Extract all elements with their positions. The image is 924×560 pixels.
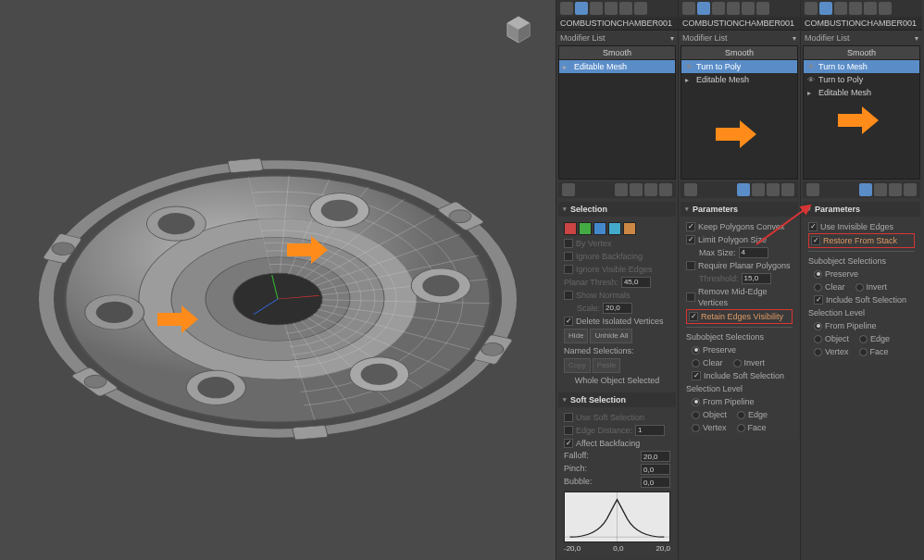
stack-toolbar — [681, 181, 798, 198]
create-tab-icon[interactable] — [560, 2, 573, 15]
display-tab-icon[interactable] — [619, 2, 632, 15]
threshold-spinner: 15,0 — [742, 273, 771, 284]
vertex-level-icon[interactable] — [564, 222, 577, 235]
delete-isolated-checkbox[interactable] — [564, 317, 573, 326]
show-end-result-icon[interactable] — [737, 183, 750, 196]
affect-backfacing-checkbox[interactable] — [564, 439, 573, 448]
require-planar-checkbox[interactable] — [686, 261, 695, 270]
rollout-header[interactable]: Parameters — [681, 202, 798, 217]
limit-poly-size-checkbox[interactable] — [686, 235, 695, 244]
from-pipeline-radio[interactable] — [814, 322, 822, 330]
stack-item-editable-mesh[interactable]: ▸Editable Mesh — [559, 60, 675, 73]
stack-item-turn-to-poly[interactable]: 👁Turn to Poly — [804, 73, 919, 86]
subobject-level-icons — [564, 220, 670, 237]
modifier-list-dropdown[interactable]: Modifier List — [679, 31, 800, 45]
selection-rollout: Selection By Vertex Ignore Backfacing Ig… — [558, 202, 676, 391]
modifier-stack[interactable]: Smooth 👁Turn to Poly ▸Editable Mesh — [681, 45, 798, 180]
keep-convex-checkbox[interactable] — [686, 222, 695, 231]
remove-modifier-icon[interactable] — [644, 183, 657, 196]
stack-item-smooth[interactable]: Smooth — [681, 46, 797, 60]
rollout-header[interactable]: Soft Selection — [558, 392, 676, 407]
clear-radio[interactable] — [692, 359, 700, 367]
invert-radio[interactable] — [855, 283, 864, 292]
modify-panel-2: COMBUSTIONCHAMBER001 Modifier List Smoot… — [678, 0, 800, 560]
motion-tab-icon[interactable] — [605, 2, 618, 15]
stack-toolbar — [803, 181, 920, 198]
stack-item-editable-mesh[interactable]: ▸Editable Mesh — [681, 73, 797, 86]
falloff-spinner: 20,0 — [641, 451, 670, 462]
stack-item-turn-to-poly[interactable]: 👁Turn to Poly — [681, 60, 797, 73]
parameters-rollout: Parameters Use Invisible Edges Restore F… — [803, 202, 920, 362]
stack-item-smooth[interactable]: Smooth — [559, 46, 675, 60]
pinch-spinner: 0,0 — [641, 464, 670, 475]
clear-radio[interactable] — [814, 283, 822, 292]
object-name-field[interactable]: COMBUSTIONCHAMBER001 — [556, 17, 678, 31]
rollout-header[interactable]: Parameters — [803, 202, 920, 217]
element-level-icon[interactable] — [623, 222, 636, 235]
preserve-radio[interactable] — [814, 270, 822, 279]
invert-radio[interactable] — [733, 359, 742, 367]
modifier-stack[interactable]: Smooth ▸Editable Mesh — [558, 45, 676, 180]
planar-thresh-spinner: 45,0 — [621, 277, 651, 288]
stack-item-turn-to-mesh[interactable]: 👁Turn to Mesh — [804, 60, 919, 73]
by-vertex-checkbox — [564, 239, 573, 248]
viewcube[interactable] — [500, 11, 537, 48]
retain-edges-highlight: Retain Edges Visibility — [686, 309, 793, 324]
include-soft-checkbox[interactable] — [692, 371, 701, 380]
ignore-backfacing-checkbox — [564, 252, 573, 261]
hierarchy-tab-icon[interactable] — [590, 2, 603, 15]
modifier-list-dropdown[interactable]: Modifier List — [801, 31, 922, 45]
soft-selection-rollout: Soft Selection Use Soft Selection Edge D… — [558, 392, 676, 556]
object-name-field[interactable]: COMBUSTIONCHAMBER001 — [801, 17, 922, 31]
bubble-spinner: 0,0 — [641, 477, 670, 488]
stack-toolbar — [558, 181, 676, 198]
from-pipeline-radio[interactable] — [692, 398, 700, 406]
edge-level-icon[interactable] — [579, 222, 592, 235]
retain-edges-checkbox[interactable] — [689, 312, 698, 321]
face-level-icon[interactable] — [593, 222, 606, 235]
show-normals-checkbox — [564, 291, 573, 300]
include-soft-checkbox[interactable] — [814, 295, 823, 305]
edge-distance-checkbox — [564, 426, 573, 435]
hide-button[interactable]: Hide — [564, 329, 588, 343]
configure-sets-icon[interactable] — [659, 183, 672, 196]
remove-mid-edge-checkbox[interactable] — [686, 292, 695, 302]
parameters-rollout: Parameters Keep Polygons Convex Limit Po… — [681, 202, 798, 438]
polygon-level-icon[interactable] — [608, 222, 621, 235]
falloff-graph — [564, 492, 670, 542]
unhide-all-button[interactable]: Unhide All — [590, 329, 632, 343]
viewport[interactable] — [0, 0, 556, 560]
modify-panel-3: COMBUSTIONCHAMBER001 Modifier List Smoot… — [800, 0, 922, 560]
restore-from-stack-highlight: Restore From Stack — [808, 233, 915, 248]
use-invisible-edges-checkbox[interactable] — [808, 222, 818, 231]
rollout-header[interactable]: Selection — [558, 202, 676, 217]
paste-selection-button: Paste — [593, 358, 620, 373]
modify-panel-1: COMBUSTIONCHAMBER001 Modifier List Smoot… — [556, 0, 678, 560]
object-name-field[interactable]: COMBUSTIONCHAMBER001 — [679, 17, 800, 31]
modifier-list-dropdown[interactable]: Modifier List — [556, 31, 678, 45]
pin-stack-icon[interactable] — [562, 183, 575, 196]
stack-item-smooth[interactable]: Smooth — [804, 46, 919, 60]
max-size-spinner[interactable]: 4 — [739, 247, 768, 258]
utilities-tab-icon[interactable] — [634, 2, 647, 15]
preserve-radio[interactable] — [692, 346, 700, 355]
make-unique-icon[interactable] — [630, 183, 643, 196]
svg-rect-52 — [293, 425, 329, 440]
command-tabs[interactable] — [801, 0, 922, 17]
use-soft-selection-checkbox — [564, 413, 573, 422]
svg-rect-53 — [228, 158, 264, 173]
show-end-result-icon[interactable] — [859, 183, 872, 196]
ignore-visible-edges-checkbox — [564, 265, 573, 274]
copy-selection-button: Copy — [564, 358, 591, 373]
show-end-result-icon[interactable] — [615, 183, 628, 196]
command-tabs[interactable] — [556, 0, 678, 17]
command-panels: COMBUSTIONCHAMBER001 Modifier List Smoot… — [556, 0, 924, 560]
restore-from-stack-checkbox[interactable] — [811, 236, 820, 245]
modify-tab-icon[interactable] — [575, 2, 588, 15]
modifier-stack[interactable]: Smooth 👁Turn to Mesh 👁Turn to Poly ▸Edit… — [803, 45, 920, 180]
viewport-render — [0, 0, 556, 560]
selection-status: Whole Object Selected — [564, 374, 670, 387]
normals-scale-spinner: 20,0 — [603, 303, 632, 314]
command-tabs[interactable] — [679, 0, 800, 17]
stack-item-editable-mesh[interactable]: ▸Editable Mesh — [804, 86, 919, 99]
